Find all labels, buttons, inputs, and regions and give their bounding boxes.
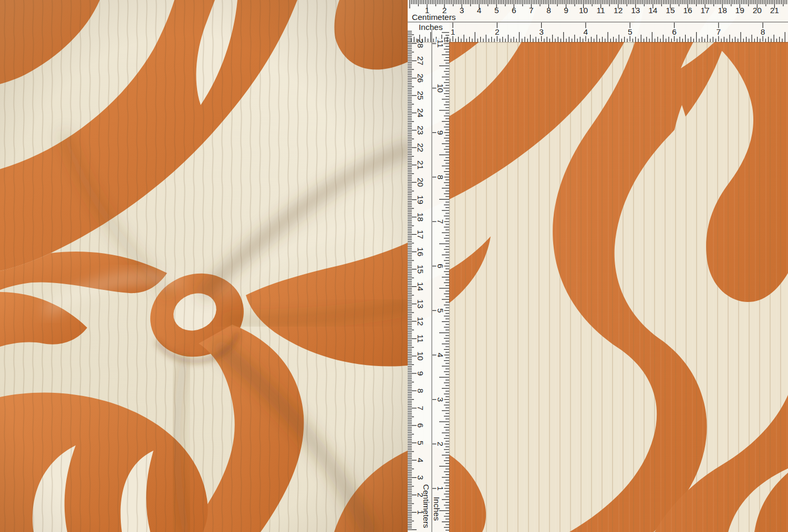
ruler-number: 3 (460, 6, 464, 15)
ruler-number: 19 (416, 195, 425, 204)
ruler-number: 21 (770, 6, 779, 15)
ruler-number: 2 (436, 442, 445, 446)
fabric-listing-image: 123456789101112131415161718192021 123456… (0, 0, 788, 532)
ruler-number: 16 (416, 247, 425, 256)
ruler-number: 22 (416, 143, 425, 152)
ruler-number: 6 (512, 6, 516, 15)
ruler-number: 17 (700, 6, 709, 15)
ruler-number: 14 (416, 282, 425, 291)
ruler-number: 9 (564, 6, 568, 15)
ruler-number: 7 (716, 27, 721, 36)
ruler-number: 15 (416, 265, 425, 274)
ruler-number: 28 (416, 39, 425, 48)
ruler-number: 5 (628, 27, 633, 36)
ruler-number: 5 (494, 6, 499, 15)
ruler-number: 3 (436, 397, 445, 402)
ruler-number: 25 (416, 91, 425, 100)
ruler-number: 10 (416, 351, 425, 361)
ruler-number: 23 (416, 126, 425, 134)
ruler-number: 13 (631, 6, 640, 15)
ruler-number: 6 (416, 423, 425, 428)
measuring-ruler-overlay: 123456789101112131415161718192021 123456… (0, 0, 788, 532)
ruler-number: 12 (614, 6, 623, 15)
ruler-number: 4 (436, 353, 445, 358)
ruler-body (408, 0, 788, 532)
horizontal-inch-unit-label: Inches (419, 23, 443, 32)
ruler-number: 9 (436, 130, 445, 135)
ruler-number: 5 (416, 441, 425, 445)
vertical-inch-unit-label: Inches (432, 497, 441, 521)
ruler-number: 10 (579, 6, 588, 15)
ruler-number: 6 (672, 27, 677, 36)
ruler-number: 16 (683, 6, 692, 15)
ruler-number: 6 (436, 264, 445, 268)
ruler-number: 3 (416, 475, 425, 480)
ruler-number: 18 (416, 213, 425, 222)
ruler-number: 19 (735, 6, 744, 15)
ruler-number: 7 (529, 6, 534, 15)
ruler-number: 1 (436, 486, 445, 491)
ruler-number: 8 (761, 27, 765, 36)
horizontal-cm-unit-label: Centimeters (412, 13, 456, 22)
ruler-number: 5 (436, 308, 445, 313)
vertical-cm-unit-label: Centimeters (422, 484, 431, 528)
ruler-number: 17 (416, 230, 425, 239)
ruler-number: 14 (648, 6, 658, 15)
ruler-number: 11 (597, 6, 605, 15)
ruler-number: 8 (416, 389, 425, 393)
ruler-number: 15 (666, 6, 675, 15)
ruler-number: 7 (436, 220, 445, 224)
ruler-number: 27 (416, 56, 425, 65)
ruler-number: 8 (546, 6, 551, 15)
ruler-number: 24 (416, 108, 425, 118)
ruler-number: 13 (416, 299, 425, 308)
ruler-number: 9 (416, 371, 425, 376)
ruler-number: 2 (495, 27, 500, 36)
ruler-number: 7 (416, 406, 425, 411)
ruler-number: 26 (416, 74, 425, 82)
ruler-number: 4 (416, 458, 425, 463)
ruler-number: 11 (436, 39, 445, 48)
ruler-number: 8 (436, 175, 445, 180)
ruler-number: 4 (477, 6, 482, 15)
ruler-number: 20 (416, 178, 425, 187)
horizontal-cm-numbers: 123456789101112131415161718192021 (425, 6, 779, 15)
ruler-number: 4 (584, 27, 588, 36)
ruler-number: 20 (753, 6, 762, 15)
ruler-number: 12 (416, 317, 425, 326)
ruler-number: 11 (416, 335, 425, 343)
ruler-number: 10 (436, 84, 445, 93)
ruler-number: 21 (416, 161, 425, 170)
ruler-number: 18 (718, 6, 727, 15)
ruler-number: 1 (451, 27, 455, 36)
ruler-number: 3 (539, 27, 544, 36)
